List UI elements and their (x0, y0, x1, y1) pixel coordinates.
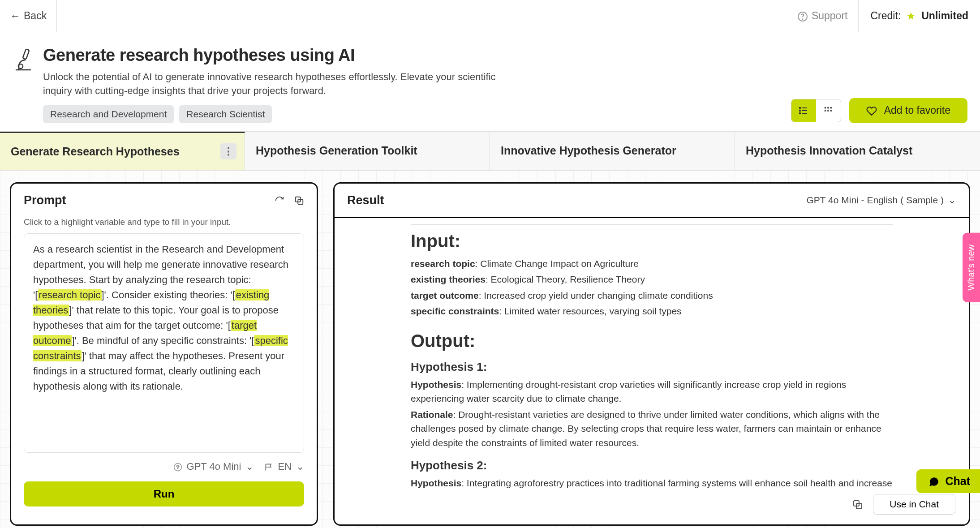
tag-item[interactable]: Research Scientist (179, 105, 272, 123)
variable-research-topic[interactable]: research topic (38, 289, 101, 300)
top-bar: ← Back Support Credit: ★ Unlimited (0, 0, 980, 32)
output-heading: Output: (411, 331, 893, 351)
tab-menu-button[interactable]: ⋮ (220, 143, 236, 159)
tag-item[interactable]: Research and Development (43, 105, 174, 123)
chat-label: Chat (945, 475, 970, 488)
page-subtitle: Unlock the potential of AI to generate i… (43, 70, 518, 98)
view-toggle (791, 99, 841, 122)
svg-rect-2 (22, 49, 29, 59)
model-label: GPT 4o Mini (187, 461, 241, 472)
workspace: Prompt Click to a highlight variable and… (0, 171, 980, 528)
tag-row: Research and Development Research Scient… (43, 105, 518, 123)
run-button[interactable]: Run (24, 481, 304, 507)
add-to-favorite-button[interactable]: Add to favorite (849, 98, 967, 123)
refresh-icon[interactable] (275, 194, 284, 206)
svg-text:?: ? (176, 464, 179, 470)
result-panel: Result GPT 4o Mini - English ( Sample ) … (333, 182, 970, 526)
model-selector[interactable]: ? GPT 4o Mini ⌄ (173, 461, 254, 472)
prompt-hint: Click to a highlight variable and type t… (11, 217, 317, 233)
credit-display: Credit: ★ Unlimited (859, 0, 980, 32)
page-title: Generate research hypotheses using AI (43, 46, 518, 65)
support-label: Support (812, 10, 848, 22)
copy-result-icon[interactable] (852, 498, 863, 511)
svg-rect-12 (830, 107, 832, 108)
back-label: Back (24, 10, 47, 22)
help-circle-icon (797, 10, 808, 22)
prompt-panel: Prompt Click to a highlight variable and… (10, 182, 318, 526)
chevron-down-icon: ⌄ (948, 195, 956, 206)
svg-point-8 (799, 110, 800, 111)
svg-point-9 (799, 112, 800, 113)
use-in-chat-button[interactable]: Use in Chat (873, 494, 955, 515)
prompt-title: Prompt (24, 193, 66, 207)
result-meta-label: GPT 4o Mini - English ( Sample ) (806, 195, 944, 206)
credit-label: Credit: (870, 10, 901, 22)
svg-point-1 (802, 19, 803, 19)
tab-label: Innovative Hypothesis Generator (501, 144, 676, 157)
hypothesis-title: Hypothesis 2: (411, 459, 893, 472)
heart-icon (866, 104, 877, 116)
result-title: Result (347, 193, 384, 207)
help-circle-icon: ? (173, 461, 182, 472)
list-view-button[interactable] (791, 99, 816, 122)
result-meta-selector[interactable]: GPT 4o Mini - English ( Sample ) ⌄ (806, 195, 956, 206)
flag-icon (264, 461, 273, 472)
star-icon: ★ (906, 10, 916, 22)
chat-icon (928, 475, 940, 488)
svg-rect-11 (827, 107, 829, 108)
tab-label: Generate Research Hypotheses (11, 145, 180, 158)
svg-rect-14 (827, 110, 829, 112)
chevron-down-icon: ⌄ (296, 461, 304, 472)
microscope-icon (13, 46, 34, 73)
whats-new-tab[interactable]: What's new (963, 233, 980, 302)
credit-value: Unlimited (921, 10, 968, 22)
svg-rect-10 (825, 107, 826, 108)
language-selector[interactable]: EN ⌄ (264, 461, 304, 472)
svg-rect-13 (825, 110, 826, 112)
hypothesis-title: Hypothesis 1: (411, 360, 893, 374)
tool-tabs: Generate Research Hypotheses ⋮ Hypothesi… (0, 131, 980, 171)
arrow-left-icon: ← (10, 10, 20, 22)
input-heading: Input: (411, 231, 893, 251)
tab-generate-research-hypotheses[interactable]: Generate Research Hypotheses ⋮ (0, 132, 245, 170)
tab-innovative-hypothesis-generator[interactable]: Innovative Hypothesis Generator (490, 132, 735, 170)
support-link[interactable]: Support (787, 0, 859, 32)
chevron-down-icon: ⌄ (245, 461, 254, 472)
tab-hypothesis-generation-toolkit[interactable]: Hypothesis Generation Toolkit (245, 132, 490, 170)
tab-hypothesis-innovation-catalyst[interactable]: Hypothesis Innovation Catalyst (735, 132, 980, 170)
prompt-editor[interactable]: As a research scientist in the Research … (24, 233, 304, 453)
back-button[interactable]: ← Back (0, 0, 57, 32)
svg-rect-15 (830, 110, 832, 112)
copy-icon[interactable] (294, 194, 304, 206)
language-label: EN (278, 461, 292, 472)
result-body[interactable]: Input: research topic: Climate Change Im… (335, 218, 969, 489)
svg-point-7 (799, 107, 800, 108)
grid-view-button[interactable] (816, 99, 841, 122)
tab-label: Hypothesis Innovation Catalyst (746, 144, 912, 157)
page-header: Generate research hypotheses using AI Un… (0, 32, 980, 131)
tab-label: Hypothesis Generation Toolkit (256, 144, 417, 157)
chat-button[interactable]: Chat (916, 469, 980, 493)
favorite-label: Add to favorite (884, 104, 950, 116)
